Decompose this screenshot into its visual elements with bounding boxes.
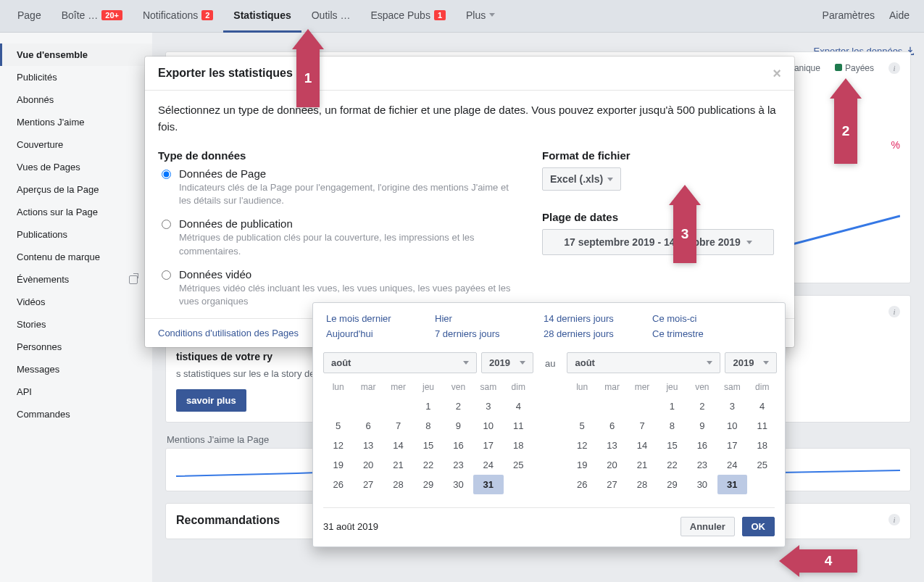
day-7[interactable]: 7	[383, 416, 413, 436]
day-28[interactable]: 28	[383, 475, 413, 494]
day-27[interactable]: 27	[353, 475, 383, 494]
info-icon[interactable]: i	[888, 62, 900, 74]
nav-parametres[interactable]: Paramètres	[823, 0, 875, 33]
learn-more-button[interactable]: savoir plus	[176, 389, 246, 412]
date-range-button[interactable]: 17 septembre 2019 - 14 octobre 2019	[542, 229, 774, 255]
day-31[interactable]: 31	[473, 475, 503, 494]
day-21[interactable]: 21	[627, 455, 657, 475]
day-9[interactable]: 9	[687, 416, 717, 436]
day-4[interactable]: 4	[504, 396, 533, 416]
quick-link-3[interactable]: Ce mois-ci	[652, 313, 761, 324]
sidebar-item-10[interactable]: Évènements	[0, 268, 152, 291]
day-7[interactable]: 7	[627, 416, 657, 436]
day-2[interactable]: 2	[687, 396, 717, 416]
day-24[interactable]: 24	[717, 455, 747, 475]
sidebar-item-14[interactable]: Messages	[0, 358, 152, 381]
sidebar-item-5[interactable]: Vues de Pages	[0, 156, 152, 178]
day-20[interactable]: 20	[353, 455, 383, 475]
nav-aide[interactable]: Aide	[889, 0, 910, 33]
sidebar-item-2[interactable]: Abonnés	[0, 88, 152, 111]
day-29[interactable]: 29	[413, 475, 443, 494]
ok-button[interactable]: OK	[742, 517, 775, 536]
day-15[interactable]: 15	[413, 436, 443, 455]
day-14[interactable]: 14	[627, 436, 657, 455]
day-28[interactable]: 28	[627, 475, 657, 494]
day-9[interactable]: 9	[444, 416, 473, 436]
day-23[interactable]: 23	[444, 455, 473, 475]
quick-link-7[interactable]: Ce trimestre	[652, 328, 761, 339]
nav-4[interactable]: Outils …	[301, 0, 361, 33]
day-6[interactable]: 6	[597, 416, 627, 436]
day-11[interactable]: 11	[747, 416, 777, 436]
quick-link-4[interactable]: Aujourd'hui	[326, 328, 435, 339]
day-17[interactable]: 17	[717, 436, 747, 455]
close-icon[interactable]: ×	[773, 68, 781, 78]
nav-3[interactable]: Statistiques	[223, 0, 301, 33]
sidebar-item-9[interactable]: Contenu de marque	[0, 246, 152, 268]
sidebar-item-11[interactable]: Vidéos	[0, 291, 152, 313]
day-13[interactable]: 13	[597, 436, 627, 455]
day-26[interactable]: 26	[567, 475, 596, 494]
day-30[interactable]: 30	[444, 475, 473, 494]
quick-link-6[interactable]: 28 derniers jours	[544, 328, 652, 339]
day-10[interactable]: 10	[473, 416, 503, 436]
quick-link-0[interactable]: Le mois dernier	[326, 313, 435, 324]
day-3[interactable]: 3	[473, 396, 503, 416]
data-type-option-0[interactable]: Données de PageIndicateurs clés de la Pa…	[158, 167, 520, 207]
day-21[interactable]: 21	[383, 455, 413, 475]
day-24[interactable]: 24	[473, 455, 503, 475]
sidebar-item-7[interactable]: Actions sur la Page	[0, 201, 152, 223]
day-12[interactable]: 12	[567, 436, 596, 455]
sidebar-item-16[interactable]: Commandes	[0, 403, 152, 425]
day-22[interactable]: 22	[413, 455, 443, 475]
info-icon[interactable]: i	[888, 514, 900, 525]
day-8[interactable]: 8	[413, 416, 443, 436]
sidebar-item-3[interactable]: Mentions J'aime	[0, 111, 152, 133]
quick-link-5[interactable]: 7 derniers jours	[435, 328, 544, 339]
day-13[interactable]: 13	[353, 436, 383, 455]
day-23[interactable]: 23	[687, 455, 717, 475]
day-19[interactable]: 19	[567, 455, 596, 475]
day-25[interactable]: 25	[747, 455, 777, 475]
month-select-from[interactable]: août	[323, 352, 477, 373]
day-3[interactable]: 3	[717, 396, 747, 416]
sidebar-item-13[interactable]: Personnes	[0, 336, 152, 358]
sidebar-item-6[interactable]: Aperçus de la Page	[0, 178, 152, 201]
day-20[interactable]: 20	[597, 455, 627, 475]
day-1[interactable]: 1	[657, 396, 687, 416]
quick-link-1[interactable]: Hier	[435, 313, 544, 324]
day-5[interactable]: 5	[323, 416, 353, 436]
day-4[interactable]: 4	[747, 396, 777, 416]
day-17[interactable]: 17	[473, 436, 503, 455]
day-1[interactable]: 1	[413, 396, 443, 416]
day-8[interactable]: 8	[657, 416, 687, 436]
sidebar-item-0[interactable]: Vue d'ensemble	[0, 43, 152, 66]
sidebar-item-12[interactable]: Stories	[0, 313, 152, 336]
year-select-to[interactable]: 2019	[725, 352, 777, 373]
day-16[interactable]: 16	[687, 436, 717, 455]
day-14[interactable]: 14	[383, 436, 413, 455]
day-5[interactable]: 5	[567, 416, 596, 436]
day-16[interactable]: 16	[444, 436, 473, 455]
day-15[interactable]: 15	[657, 436, 687, 455]
day-26[interactable]: 26	[323, 475, 353, 494]
day-10[interactable]: 10	[717, 416, 747, 436]
day-31[interactable]: 31	[717, 475, 747, 494]
sidebar-item-1[interactable]: Publicités	[0, 66, 152, 88]
sidebar-item-4[interactable]: Couverture	[0, 133, 152, 156]
data-type-option-1[interactable]: Données de publicationMétriques de publi…	[158, 217, 520, 257]
nav-5[interactable]: Espace Pubs1	[360, 0, 456, 33]
nav-1[interactable]: Boîte …20+	[51, 0, 133, 33]
day-2[interactable]: 2	[444, 396, 473, 416]
nav-2[interactable]: Notifications2	[133, 0, 223, 33]
day-6[interactable]: 6	[353, 416, 383, 436]
day-19[interactable]: 19	[323, 455, 353, 475]
info-icon[interactable]: i	[888, 306, 900, 317]
day-22[interactable]: 22	[657, 455, 687, 475]
calendar-from[interactable]: lunmarmerjeuvensamdim1234567891011121314…	[323, 378, 533, 494]
day-11[interactable]: 11	[504, 416, 533, 436]
sidebar-item-15[interactable]: API	[0, 381, 152, 403]
day-29[interactable]: 29	[657, 475, 687, 494]
file-format-select[interactable]: Excel (.xls)	[542, 167, 621, 191]
month-select-to[interactable]: août	[567, 352, 720, 373]
